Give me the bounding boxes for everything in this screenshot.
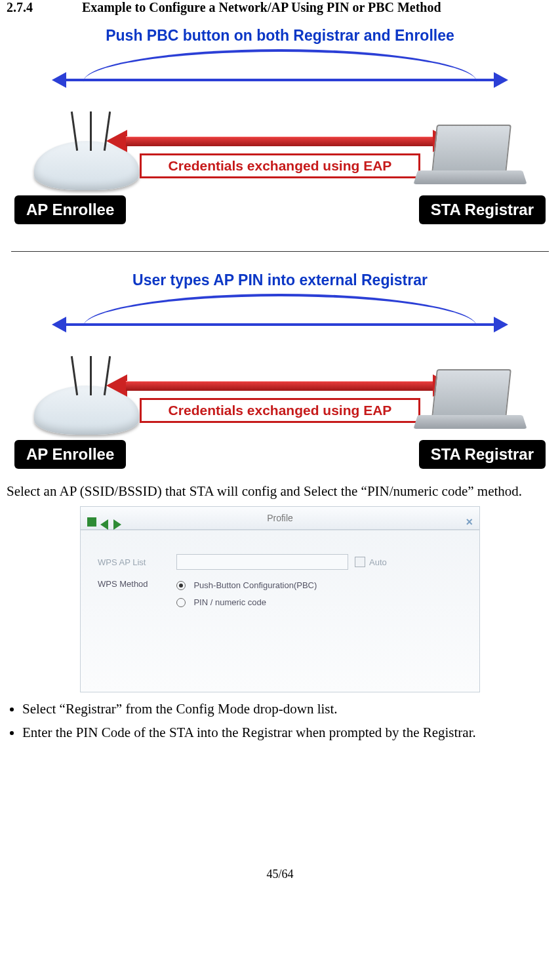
divider-line <box>11 251 549 252</box>
ap-enrollee-label: AP Enrollee <box>14 440 126 469</box>
credentials-box: Credentials exchanged using EAP <box>140 153 420 178</box>
pin-devices-row: Credentials exchanged using EAP <box>11 349 549 435</box>
section-title: Example to Configure a Network/AP Using … <box>82 0 441 14</box>
profile-dialog: Profile × WPS AP List Auto WPS Method Pu… <box>80 506 480 692</box>
dialog-title: Profile <box>267 513 293 523</box>
wps-ap-list-select[interactable] <box>176 554 348 570</box>
page-number: 45/64 <box>7 867 553 894</box>
wps-method-label: WPS Method <box>98 579 176 589</box>
diagram-pbc-title: Push PBC button on both Registrar and En… <box>11 27 549 45</box>
auto-label: Auto <box>369 557 387 567</box>
section-number: 2.7.4 <box>7 0 79 15</box>
sta-registrar-label: STA Registrar <box>419 440 546 469</box>
red-eap-arrow-icon <box>106 131 454 151</box>
pbc-devices-row: Credentials exchanged using EAP <box>11 105 549 190</box>
nav-forward-icon[interactable] <box>113 519 121 530</box>
diagram-pin-title: User types AP PIN into external Registra… <box>11 271 549 289</box>
pbc-blue-arrow <box>11 52 549 105</box>
nav-square-icon[interactable] <box>87 517 96 527</box>
bullet-list: Select “Registrar” from the Config Mode … <box>7 699 553 743</box>
nav-back-icon[interactable] <box>100 519 108 530</box>
radio-pin-label: PIN / numeric code <box>193 598 266 608</box>
laptop-icon <box>418 125 523 190</box>
radio-pbc[interactable] <box>176 581 186 590</box>
intro-text: Select an AP (SSID/BSSID) that STA will … <box>7 483 553 500</box>
pin-blue-arrow <box>11 297 549 349</box>
ap-enrollee-label: AP Enrollee <box>14 195 126 224</box>
wps-ap-list-label: WPS AP List <box>98 557 176 567</box>
bullet-registrar: Select “Registrar” from the Config Mode … <box>22 699 553 720</box>
section-heading: 2.7.4 Example to Configure a Network/AP … <box>7 0 553 15</box>
diagram-pin: User types AP PIN into external Registra… <box>11 271 549 476</box>
diagram-pbc: Push PBC button on both Registrar and En… <box>11 27 549 231</box>
credentials-box: Credentials exchanged using EAP <box>140 398 420 423</box>
radio-pin[interactable] <box>176 598 186 607</box>
radio-pbc-label: Push-Button Configuration(PBC) <box>193 581 317 591</box>
red-eap-arrow-icon <box>106 376 454 395</box>
auto-checkbox[interactable] <box>355 557 365 567</box>
dialog-nav-icons <box>87 512 121 534</box>
close-icon[interactable]: × <box>466 511 473 533</box>
bullet-pincode: Enter the PIN Code of the STA into the R… <box>22 723 553 744</box>
sta-registrar-label: STA Registrar <box>419 195 546 224</box>
laptop-icon <box>418 369 523 435</box>
